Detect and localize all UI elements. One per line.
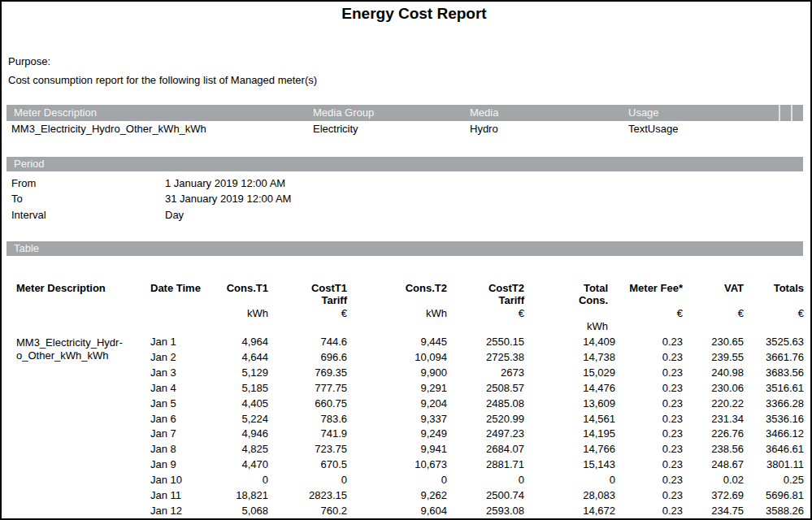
table-cell: 2593.08	[447, 504, 524, 519]
media-group-cell: Electricity	[313, 121, 470, 137]
table-cell: 238.56	[683, 442, 744, 457]
meter-list-spacer-cell	[779, 121, 792, 137]
units-cell	[744, 319, 804, 335]
table-cell: 2497.23	[447, 427, 524, 442]
table-cell: 3525.63	[744, 335, 804, 350]
table-cell: 9,604	[347, 504, 447, 519]
table-cell: 2520.99	[447, 412, 524, 427]
meter-list-spacer-cell	[792, 105, 803, 121]
table-cell: 0.23	[615, 488, 683, 504]
units-cell: kWh	[347, 306, 447, 319]
table-cell: Jan 4	[150, 381, 207, 396]
table-cell: 744.6	[268, 335, 347, 350]
table-cell: 2500.74	[447, 488, 524, 504]
table-header-cell: Date Time	[150, 280, 207, 306]
table-cell: Jan 7	[150, 427, 207, 442]
period-fields: From 1 January 2019 12:00 AM To 31 Janua…	[11, 176, 291, 223]
table-cell: 4,964	[207, 335, 268, 350]
table-cell: 9,204	[347, 396, 447, 412]
table-cell: 234.75	[683, 504, 744, 519]
table-cell: 0.23	[615, 381, 683, 396]
table-cell: Jan 3	[150, 366, 207, 381]
table-cell: 3661.76	[744, 350, 804, 366]
table-cell: 239.55	[683, 350, 744, 366]
table-cell: 14,195	[524, 427, 615, 442]
table-cell: 0.02	[683, 473, 744, 488]
table-header-cell: CostT2 Tariff	[447, 280, 524, 306]
table-cell: Jan 1	[150, 335, 207, 350]
field-label-interval: Interval	[11, 207, 165, 223]
units-cell	[268, 319, 347, 335]
meter-description-cell: MM3_Electricity_Hydro_Other_kWh_kWh	[7, 121, 313, 137]
table-cell: 0	[347, 473, 447, 488]
table-cell: 2823.15	[268, 488, 347, 504]
table-cell: 3588.26	[744, 504, 804, 519]
table-cell: 3801.11	[744, 457, 804, 473]
table-cell: 741.9	[268, 427, 347, 442]
table-cell: 10,673	[347, 457, 447, 473]
table-cell: 14,766	[524, 442, 615, 457]
units-row: kWh	[7, 319, 804, 335]
table-cell: Jan 8	[150, 442, 207, 457]
table-cell: 9,900	[347, 366, 447, 381]
table-cell: 3466.12	[744, 427, 804, 442]
table-cell: 18,821	[207, 488, 268, 504]
period-section-bar: Period	[7, 157, 803, 171]
units-cell	[150, 306, 207, 319]
table-cell: Jan 10	[150, 473, 207, 488]
meter-list-table: Meter Description Media Group Media Usag…	[7, 105, 803, 137]
table-cell: 0.23	[615, 366, 683, 381]
units-cell	[7, 319, 150, 335]
meter-list-spacer-cell	[779, 105, 792, 121]
units-cell: €	[268, 306, 347, 319]
table-cell: 760.2	[268, 504, 347, 519]
table-header-cell: VAT	[683, 280, 744, 306]
table-header-cell: CostT1 Tariff	[268, 280, 347, 306]
table-cell: 3646.61	[744, 442, 804, 457]
table-cell: 769.35	[268, 366, 347, 381]
table-cell: 2684.07	[447, 442, 524, 457]
table-cell: 9,262	[347, 488, 447, 504]
table-cell: Jan 11	[150, 488, 207, 504]
table-cell: 4,644	[207, 350, 268, 366]
table-cell: Jan 9	[150, 457, 207, 473]
table-cell: 230.06	[683, 381, 744, 396]
table-cell: 2881.71	[447, 457, 524, 473]
table-cell: Jan 5	[150, 396, 207, 412]
report-page: Energy Cost Report Purpose: Cost consump…	[0, 0, 812, 520]
table-cell: 14,409	[524, 335, 615, 350]
table-header-cell: Total Cons.	[524, 280, 615, 306]
units-cell	[615, 319, 683, 335]
table-cell: 13,609	[524, 396, 615, 412]
meter-list-header-row: Meter Description Media Group Media Usag…	[7, 105, 803, 121]
meter-list-row: MM3_Electricity_Hydro_Other_kWh_kWh Elec…	[7, 121, 803, 137]
table-cell: 0	[268, 473, 347, 488]
table-cell: 3536.16	[744, 412, 804, 427]
table-cell: 0.23	[615, 427, 683, 442]
report-table: Meter Description Date Time Cons.T1 Cost…	[7, 280, 804, 519]
table-cell: 10,094	[347, 350, 447, 366]
table-cell: 220.22	[683, 396, 744, 412]
table-cell: 248.67	[683, 457, 744, 473]
table-cell: 4,946	[207, 427, 268, 442]
table-cell: 9,249	[347, 427, 447, 442]
table-cell: 696.6	[268, 350, 347, 366]
table-header-cell: Meter Fee*	[615, 280, 683, 306]
meter-list-header-cell: Meter Description	[7, 105, 313, 121]
units-cell	[7, 306, 150, 319]
table-cell: Jan 2	[150, 350, 207, 366]
table-cell: 240.98	[683, 366, 744, 381]
table-cell: 9,445	[347, 335, 447, 350]
table-cell: 15,029	[524, 366, 615, 381]
period-field-row: To 31 January 2019 12:00 AM	[11, 191, 291, 206]
table-cell: 4,825	[207, 442, 268, 457]
table-cell: 14,672	[524, 504, 615, 519]
table-cell: 0	[447, 473, 524, 488]
table-cell: 9,941	[347, 442, 447, 457]
units-cell: €	[615, 306, 683, 319]
table-cell: 5,129	[207, 366, 268, 381]
units-row: kWh € kWh € € € €	[7, 306, 804, 319]
table-cell: 4,470	[207, 457, 268, 473]
table-cell: 723.75	[268, 442, 347, 457]
table-section-bar: Table	[7, 241, 803, 256]
